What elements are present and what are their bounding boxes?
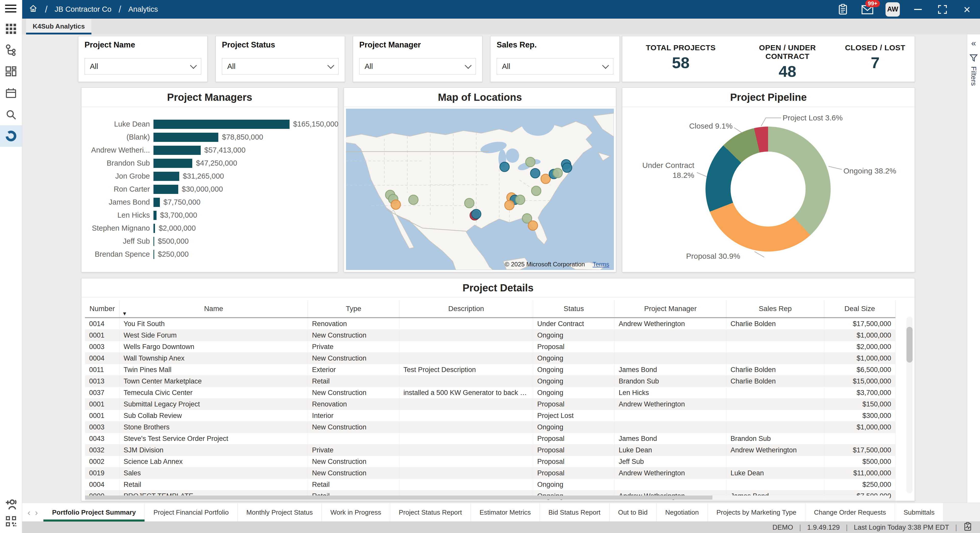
search-icon[interactable] xyxy=(0,104,22,125)
table-row[interactable]: 0014You Fit SouthRenovationUnder Contrac… xyxy=(85,318,896,330)
tab-k4sub-analytics[interactable]: K4Sub Analytics xyxy=(26,19,91,35)
cell-sales-rep: Luke Dean xyxy=(727,468,824,479)
filters-flyout-label[interactable]: Filters xyxy=(969,66,978,86)
expand-filters-icon[interactable]: « xyxy=(967,38,980,48)
report-tab-project-financial-portfolio[interactable]: Project Financial Portfolio xyxy=(145,503,238,522)
tasks-clipboard-icon[interactable] xyxy=(837,3,849,16)
col-header-number[interactable]: Number xyxy=(85,300,119,318)
close-button[interactable]: × xyxy=(961,3,974,16)
avatar[interactable]: AW xyxy=(886,2,900,17)
table-row[interactable]: 0003Wells Fargo DowntownPrivateProposal$… xyxy=(85,341,896,353)
home-icon[interactable] xyxy=(29,4,38,15)
table-row[interactable]: 0001West Side ForumNew ConstructionOngoi… xyxy=(85,330,896,341)
table-horizontal-scrollbar[interactable] xyxy=(85,495,889,500)
report-tab-monthly-project-status[interactable]: Monthly Project Status xyxy=(238,503,322,522)
map-bubble[interactable] xyxy=(408,195,418,205)
map-bubble[interactable] xyxy=(504,200,514,210)
col-header-status[interactable]: Status xyxy=(533,300,615,318)
map-canvas[interactable]: © 2025 Microsoft Corporation Terms xyxy=(346,109,614,270)
col-header-name[interactable]: Name▼ xyxy=(119,300,308,318)
table-row[interactable]: 0013Town Center MarketplaceRetailOngoing… xyxy=(85,376,896,387)
table-row[interactable]: 0037Temecula Civic CenterNew Constructio… xyxy=(85,387,896,398)
table-row[interactable]: 0004Wall Township AnexNew ConstructionOn… xyxy=(85,353,896,364)
filter-dropdown-sales-rep[interactable]: All xyxy=(496,58,613,75)
restore-button[interactable] xyxy=(936,3,949,16)
map-bubble[interactable] xyxy=(530,168,540,178)
bar[interactable] xyxy=(153,146,201,155)
tab-scroll-left-icon[interactable]: ‹ xyxy=(27,508,30,517)
scrollbar-thumb[interactable] xyxy=(907,327,913,363)
map-terms-link[interactable]: Terms xyxy=(593,261,609,268)
bar[interactable] xyxy=(153,159,192,168)
report-tab-bid-status-report[interactable]: Bid Status Report xyxy=(540,503,609,522)
minimize-button[interactable] xyxy=(912,3,924,16)
bar[interactable] xyxy=(153,198,160,207)
funnel-icon[interactable] xyxy=(969,54,978,62)
table-vertical-scrollbar[interactable] xyxy=(907,317,913,493)
hamburger-menu-icon[interactable] xyxy=(5,5,16,14)
map-bubble[interactable] xyxy=(528,220,538,231)
map-bubble[interactable] xyxy=(464,198,474,208)
breadcrumb-company[interactable]: JB Contractor Co xyxy=(55,5,111,14)
bar[interactable] xyxy=(153,250,154,259)
donut-ring[interactable] xyxy=(705,127,830,252)
table-row[interactable]: 0032SJM DivisionPrivateProposalLuke Dean… xyxy=(85,444,896,456)
report-tab-work-in-progress[interactable]: Work in Progress xyxy=(322,503,390,522)
bar[interactable] xyxy=(153,120,290,129)
messages-icon[interactable]: 99+ xyxy=(861,3,874,16)
bar[interactable] xyxy=(153,237,154,246)
cell-project-manager: Brandon Sub xyxy=(615,376,727,387)
system-health-icon[interactable] xyxy=(963,522,972,533)
bar[interactable] xyxy=(153,224,155,233)
table-row[interactable]: 0002Science Lab AnnexNew ConstructionPro… xyxy=(85,456,896,468)
cell-description xyxy=(399,398,533,410)
map-bubble[interactable] xyxy=(531,186,541,196)
report-tab-projects-by-marketing-type[interactable]: Projects by Marketing Type xyxy=(708,503,805,522)
map-bubble[interactable] xyxy=(515,195,525,205)
report-tab-negotiation[interactable]: Negotiation xyxy=(657,503,708,522)
workflow-icon[interactable] xyxy=(0,40,22,61)
cell-name: Sub Collab Review xyxy=(119,410,308,422)
table-row[interactable]: 0019SalesNew ConstructionProposalAndrew … xyxy=(85,468,896,479)
col-header-type[interactable]: Type xyxy=(308,300,399,318)
bar[interactable] xyxy=(153,185,178,194)
col-header-sales-rep[interactable]: Sales Rep xyxy=(727,300,824,318)
filter-dropdown-project-manager[interactable]: All xyxy=(359,58,476,75)
map-bubble[interactable] xyxy=(552,168,563,178)
bar[interactable] xyxy=(153,172,179,181)
table-row[interactable]: 0003Stone BrothersNew ConstructionOngoin… xyxy=(85,422,896,433)
cell-type: Retail xyxy=(308,479,399,490)
qr-code-icon[interactable] xyxy=(0,512,22,530)
table-row[interactable]: 0004RetailRetailOngoing$250,000 xyxy=(85,479,896,490)
bar[interactable] xyxy=(153,133,218,142)
map-bubble[interactable] xyxy=(391,200,401,210)
apps-grid-icon[interactable] xyxy=(0,18,22,40)
bar[interactable] xyxy=(153,211,156,220)
kpi-value: 58 xyxy=(622,54,739,72)
table-row[interactable]: 0001Submittal Legacy ProjectRenovationPr… xyxy=(85,398,896,410)
col-header-project-manager[interactable]: Project Manager xyxy=(615,300,727,318)
report-tab-submittals[interactable]: Submittals xyxy=(895,503,943,522)
map-bubble[interactable] xyxy=(562,163,572,173)
add-user-icon[interactable] xyxy=(0,495,22,515)
dashboard-tiles-icon[interactable] xyxy=(0,61,22,82)
map-bubble[interactable] xyxy=(471,209,481,219)
table-row[interactable]: 0043Steve's Test Service Order ProjectPr… xyxy=(85,433,896,444)
report-tab-out-to-bid[interactable]: Out to Bid xyxy=(609,503,657,522)
table-row[interactable]: 0011Twin Pines MallExteriorTest Project … xyxy=(85,364,896,376)
col-header-deal-size[interactable]: Deal Size xyxy=(824,300,896,318)
tab-scroll-right-icon[interactable]: › xyxy=(35,508,38,517)
analytics-ring-icon[interactable] xyxy=(0,125,22,147)
filter-dropdown-project-name[interactable]: All xyxy=(84,58,201,75)
map-bubble[interactable] xyxy=(525,157,535,167)
report-tab-estimator-metrics[interactable]: Estimator Metrics xyxy=(471,503,540,522)
table-row[interactable]: 0001Sub Collab ReviewInteriorProject Los… xyxy=(85,410,896,422)
report-tab-change-order-requests[interactable]: Change Order Requests xyxy=(805,503,895,522)
map-bubble[interactable] xyxy=(500,162,510,172)
scrollbar-thumb[interactable] xyxy=(85,495,713,500)
col-header-description[interactable]: Description xyxy=(399,300,533,318)
report-tab-project-status-report[interactable]: Project Status Report xyxy=(390,503,471,522)
filter-dropdown-project-status[interactable]: All xyxy=(222,58,339,75)
report-tab-portfolio-project-summary[interactable]: Portfolio Project Summary xyxy=(43,503,145,522)
calendar-icon[interactable] xyxy=(0,82,22,104)
